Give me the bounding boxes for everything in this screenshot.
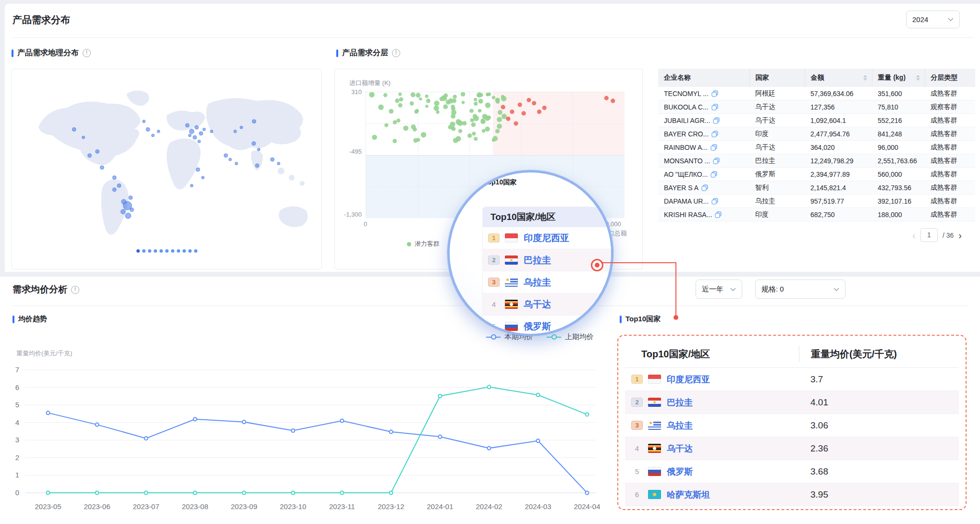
carousel-dot[interactable] [194, 249, 197, 253]
dashboard: 产品需求分布 2024 产品需求地理分布 产品需求分层 [0, 0, 980, 524]
carousel-dot[interactable] [159, 249, 163, 253]
top10-table-row[interactable]: 5俄罗斯3.68 [625, 460, 959, 483]
legend-label: 上期均价 [565, 332, 594, 341]
company-table-row[interactable]: DAPAMA UR...乌拉圭957,519.77392,107.16成熟客群 [658, 195, 975, 208]
sort-icon[interactable] [916, 75, 920, 81]
carousel-dot[interactable] [177, 249, 180, 253]
col-company-name: 企业名称 [658, 69, 749, 87]
scatter-ytick-mid: -495 [340, 148, 362, 155]
top10-sub-header: Top10国家 [620, 315, 661, 324]
company-name: BAYER CRO... [664, 130, 709, 138]
cell-amount: 57,369,634.06 [805, 87, 872, 100]
geo-map-panel[interactable] [12, 69, 322, 269]
carousel-dot[interactable] [165, 249, 169, 253]
company-table-row[interactable]: TECNOMYL ...阿根廷57,369,634.06351,600成熟客群 [658, 87, 975, 100]
col-weight-sortable[interactable]: 重量 (kg) [872, 69, 925, 87]
svg-text:5: 5 [15, 401, 19, 409]
top10-table-row[interactable]: 4乌干达2.36 [625, 437, 959, 460]
prev-page-button[interactable]: ‹ [912, 231, 916, 240]
cell-weight: 432,793.56 [872, 181, 925, 195]
country-link[interactable]: 巴拉圭 [524, 254, 551, 267]
info-icon[interactable] [71, 286, 79, 294]
price-trend-chart[interactable]: 01234567重量均价(美元/千克)2023-052023-062023-07… [0, 344, 610, 517]
avg-price-value: 3.06 [799, 420, 959, 431]
copy-icon[interactable] [701, 184, 708, 191]
cell-segment-type: 成熟客群 [925, 195, 975, 208]
country-link[interactable]: 俄罗斯 [524, 320, 551, 333]
copy-icon[interactable] [711, 131, 718, 137]
svg-text:2023-12: 2023-12 [378, 502, 404, 511]
cell-amount: 1,092,604.1 [805, 114, 872, 127]
carousel-dot[interactable] [154, 249, 157, 253]
copy-icon[interactable] [711, 198, 718, 205]
company-table-row[interactable]: JUBAILI AGR...乌干达1,092,604.1552,216成熟客群 [658, 114, 975, 127]
top10-table-row[interactable]: 2巴拉圭4.01 [625, 391, 959, 414]
company-table-row[interactable]: MONSANTO ...巴拉圭12,249,798.292,551,763.66… [658, 154, 975, 168]
company-table-row[interactable]: BAYER S A智利2,145,821.4432,793.56成熟客群 [658, 181, 975, 195]
cell-segment-type: 成熟客群 [925, 141, 975, 154]
company-table-row[interactable]: BUKOOLA C...乌干达127,35675,810观察客群 [658, 100, 975, 114]
copy-icon[interactable] [713, 117, 720, 124]
carousel-dot[interactable] [136, 249, 140, 253]
company-name: JUBAILI AGR... [664, 117, 710, 124]
copy-icon[interactable] [713, 158, 720, 164]
col-segment-type: 分层类型 [925, 69, 975, 87]
sort-icon[interactable] [863, 75, 867, 81]
carousel-dot[interactable] [188, 249, 192, 253]
cell-weight: 75,810 [872, 100, 925, 114]
copy-icon[interactable] [710, 144, 717, 151]
company-table-row[interactable]: BAYER CRO...印度2,477,954.76841,248成熟客群 [658, 127, 975, 141]
country-link[interactable]: 印度尼西亚 [667, 374, 710, 385]
time-range-select[interactable]: 近一年 [696, 280, 742, 299]
cell-segment-type: 成熟客群 [925, 181, 975, 195]
country-link[interactable]: 乌干达 [667, 443, 693, 454]
carousel-dot[interactable] [183, 249, 186, 253]
top10-table-row[interactable]: 1印度尼西亚3.7 [625, 368, 959, 391]
country-link[interactable]: 乌拉圭 [667, 420, 693, 431]
info-icon[interactable] [392, 49, 400, 57]
country-link[interactable]: 乌干达 [524, 298, 551, 311]
rank-badge: 4 [632, 444, 642, 452]
company-table-row[interactable]: KRISHI RASA...印度682,750188,000成熟客群 [658, 208, 975, 221]
accent-bar [12, 316, 14, 323]
world-map[interactable] [12, 69, 322, 269]
carousel-dot[interactable] [171, 249, 174, 253]
company-table-row[interactable]: AO "ЩЕЛКО...俄罗斯2,394,977.89560,000成熟客群 [658, 168, 975, 181]
lens-top10-row[interactable]: 3乌拉圭 [483, 271, 613, 293]
country-link[interactable]: 俄罗斯 [667, 466, 693, 477]
copy-icon[interactable] [710, 171, 717, 178]
svg-text:6: 6 [15, 383, 19, 391]
country-link[interactable]: 乌拉圭 [524, 276, 551, 289]
current-page-input[interactable]: 1 [920, 228, 938, 242]
copy-icon[interactable] [715, 211, 722, 218]
next-page-button[interactable]: › [958, 231, 962, 240]
scatter-legend-potential[interactable]: 潜力客群 [407, 240, 440, 248]
carousel-dot[interactable] [148, 249, 151, 253]
cell-amount: 12,249,798.29 [805, 154, 872, 168]
year-select[interactable]: 2024 [906, 11, 960, 28]
country-link[interactable]: 哈萨克斯坦 [667, 489, 710, 500]
info-icon[interactable] [83, 49, 91, 57]
svg-text:2023-10: 2023-10 [280, 502, 306, 511]
cell-amount: 127,356 [805, 100, 872, 114]
top10-table-row[interactable]: 6哈萨克斯坦3.95 [625, 483, 959, 506]
lens-top10-row[interactable]: 1印度尼西亚 [483, 227, 613, 249]
country-link[interactable]: 印度尼西亚 [524, 232, 569, 244]
map-carousel-dots [12, 249, 321, 253]
country-link[interactable]: 巴拉圭 [667, 397, 693, 408]
year-select-value: 2024 [912, 15, 928, 24]
cell-country: 阿根廷 [749, 87, 805, 100]
col-amount-sortable[interactable]: 金额 [805, 69, 872, 87]
copy-icon[interactable] [711, 104, 718, 110]
svg-text:2024-03: 2024-03 [525, 502, 551, 511]
spec-select[interactable]: 规格: 0 [755, 280, 845, 299]
company-table: 企业名称 国家 金额 重量 (kg) 分层类型 TECNOMYL ...阿根廷5… [658, 69, 975, 242]
rank-badge: 5 [632, 467, 642, 475]
company-table-row[interactable]: RAINBOW A...乌干达364,02096,000成熟客群 [658, 141, 975, 154]
legend-item[interactable]: 上期均价 [547, 332, 594, 341]
top10-table-row[interactable]: 3乌拉圭3.06 [625, 414, 959, 437]
rank-badge: 3 [632, 421, 642, 429]
carousel-dot[interactable] [142, 249, 146, 253]
copy-icon[interactable] [711, 90, 718, 97]
cell-amount: 2,477,954.76 [805, 127, 872, 141]
